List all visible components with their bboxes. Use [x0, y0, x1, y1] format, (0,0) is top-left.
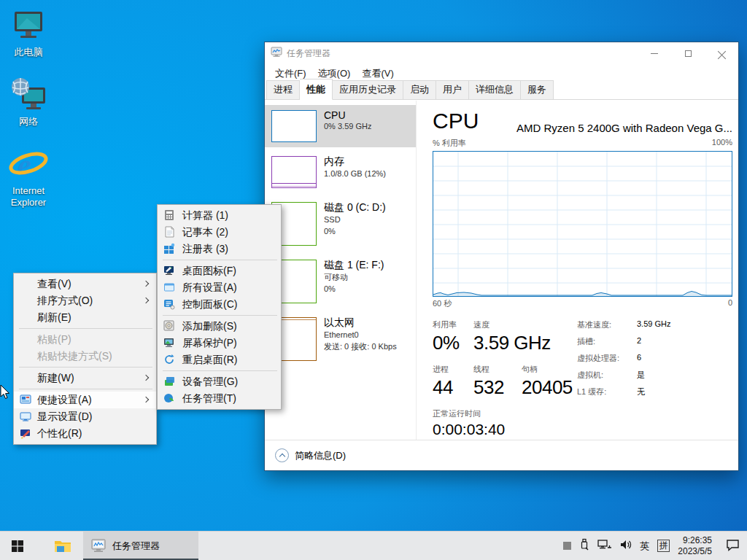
- submenu-all-settings[interactable]: 所有设置(A): [158, 279, 281, 296]
- submenu-desktop-icons[interactable]: 桌面图标(F): [158, 262, 281, 279]
- desktop-icon-internet-explorer[interactable]: e Internet Explorer: [0, 144, 57, 209]
- speed-value: 3.59 GHz: [473, 332, 551, 354]
- menu-separator: [19, 389, 152, 389]
- file-explorer-button[interactable]: [45, 532, 80, 560]
- tray-time: 9:26:35: [678, 535, 712, 546]
- processes-label: 进程: [433, 364, 473, 375]
- collapse-chevron-icon: [275, 448, 289, 462]
- cpu-pane-title: CPU: [433, 108, 479, 134]
- network-tray-icon[interactable]: [597, 539, 612, 553]
- maximize-icon: [685, 50, 692, 57]
- submenu-calculator[interactable]: 计算器 (1): [158, 207, 281, 224]
- tab-processes[interactable]: 进程: [266, 80, 300, 100]
- taskbar-app-task-manager[interactable]: 任务管理器: [83, 532, 198, 560]
- context-menu-personalize[interactable]: 个性化(R): [14, 425, 156, 442]
- submenu-add-remove[interactable]: 添加删除(S): [158, 318, 281, 335]
- context-menu-new[interactable]: 新建(W): [14, 370, 156, 386]
- context-menu-display-settings[interactable]: 显示设置(D): [14, 408, 156, 425]
- submenu-registry[interactable]: 注册表 (3): [158, 241, 281, 257]
- l1-cache-value: 无: [637, 386, 645, 397]
- sidebar-item-ethernet[interactable]: 以太网 Ethernet0 发送: 0 接收: 0 Kbps: [265, 312, 416, 366]
- calculator-icon: [163, 209, 175, 221]
- close-button[interactable]: [705, 42, 738, 64]
- minimize-icon: [651, 53, 658, 54]
- submenu-task-manager[interactable]: 任务管理(T): [158, 390, 281, 407]
- hidden-icons-button[interactable]: [563, 542, 571, 550]
- menu-separator: [163, 315, 277, 316]
- task-manager-window: 任务管理器 文件(F) 选项(O) 查看(V) 进程 性能 应用历史记录 启动 …: [264, 42, 739, 471]
- performance-sidebar: CPU 0% 3.59 GHz 内存 1.0/8.0 GB (12%) 磁盘 0…: [265, 101, 417, 440]
- cpu-mini-chart: [271, 110, 317, 142]
- device-manager-icon: [163, 376, 175, 387]
- processes-value: 44: [433, 376, 473, 399]
- context-menu-refresh[interactable]: 刷新(E): [14, 309, 156, 326]
- submenu-device-manager[interactable]: 设备管理(G): [158, 373, 281, 390]
- tab-performance[interactable]: 性能: [300, 79, 333, 100]
- utilization-value: 0%: [433, 332, 473, 354]
- sockets-value: 2: [637, 336, 641, 347]
- taskbar-clock[interactable]: 9:26:35 2023/5/5: [678, 535, 712, 557]
- context-menu-sort-by[interactable]: 排序方式(O): [14, 292, 156, 309]
- base-speed-label: 基准速度:: [577, 319, 637, 330]
- context-menu-quick-settings[interactable]: 便捷设置(A): [14, 392, 156, 408]
- desktop-context-menu: 查看(V) 排序方式(O) 刷新(E) 粘贴(P) 粘贴快捷方式(S) 新建(W…: [13, 273, 157, 445]
- sidebar-item-memory[interactable]: 内存 1.0/8.0 GB (12%): [265, 151, 416, 193]
- minimize-button[interactable]: [638, 42, 671, 64]
- utilization-label: 利用率: [433, 319, 473, 330]
- menu-separator: [163, 370, 277, 371]
- this-pc-icon: [0, 6, 57, 47]
- summary-toggle[interactable]: 简略信息(D): [265, 440, 738, 470]
- restart-desktop-icon: [163, 354, 175, 365]
- internet-explorer-icon: e: [0, 144, 57, 185]
- submenu-screensaver[interactable]: 屏幕保护(P): [158, 335, 281, 351]
- action-center-button[interactable]: [726, 539, 740, 553]
- start-button[interactable]: [0, 532, 35, 560]
- desktop-icon-network[interactable]: 网络: [0, 75, 57, 128]
- system-tray: 英 拼 9:26:35 2023/5/5: [563, 532, 747, 560]
- menu-separator: [19, 328, 152, 329]
- submenu-arrow-icon: [143, 281, 149, 287]
- personalize-icon: [20, 427, 31, 439]
- volume-tray-icon[interactable]: [620, 539, 632, 553]
- desktop-icon-this-pc[interactable]: 此电脑: [0, 6, 57, 58]
- threads-value: 532: [473, 376, 522, 399]
- sidebar-item-disk1[interactable]: 磁盘 1 (E: F:) 可移动 0%: [265, 254, 416, 308]
- virtual-machine-value: 是: [637, 370, 645, 381]
- submenu-notepad[interactable]: 记事本 (2): [158, 224, 281, 241]
- submenu-control-panel[interactable]: 控制面板(C): [158, 296, 281, 313]
- windows-logo-icon: [12, 540, 23, 552]
- menu-view[interactable]: 查看(V): [356, 65, 399, 82]
- maximize-button[interactable]: [671, 42, 705, 64]
- tray-date: 2023/5/5: [678, 546, 712, 557]
- desktop-icons-icon: [163, 265, 175, 276]
- ime-mode-indicator[interactable]: 拼: [657, 540, 670, 552]
- mouse-cursor: [0, 384, 11, 403]
- tab-app-history[interactable]: 应用历史记录: [333, 80, 403, 100]
- task-manager-taskbar-icon: [90, 539, 107, 553]
- tab-startup[interactable]: 启动: [403, 80, 436, 100]
- tab-bar: 进程 性能 应用历史记录 启动 用户 详细信息 服务: [265, 82, 738, 100]
- sidebar-item-disk0[interactable]: 磁盘 0 (C: D:) SSD 0%: [265, 197, 416, 251]
- usb-tray-icon[interactable]: [579, 538, 589, 553]
- tab-details[interactable]: 详细信息: [469, 80, 521, 100]
- l1-cache-label: L1 缓存:: [577, 386, 637, 397]
- title-bar[interactable]: 任务管理器: [265, 42, 738, 64]
- cpu-usage-chart[interactable]: [433, 151, 732, 297]
- submenu-restart-desktop[interactable]: 重启桌面(R): [158, 351, 281, 368]
- close-icon: [718, 50, 726, 58]
- virtual-processors-value: 6: [637, 353, 641, 364]
- summary-toggle-label: 简略信息(D): [295, 449, 346, 462]
- context-menu-paste-shortcut: 粘贴快捷方式(S): [14, 348, 156, 365]
- submenu-arrow-icon: [143, 375, 149, 381]
- task-manager-menu-icon: [163, 392, 175, 404]
- display-settings-icon: [20, 411, 31, 422]
- add-remove-icon: [163, 320, 175, 332]
- ime-language-indicator[interactable]: 英: [640, 540, 649, 553]
- context-menu-view[interactable]: 查看(V): [14, 276, 156, 292]
- tab-users[interactable]: 用户: [436, 80, 469, 100]
- sockets-label: 插槽:: [577, 336, 637, 347]
- context-menu-paste: 粘贴(P): [14, 331, 156, 348]
- tab-services[interactable]: 服务: [521, 80, 554, 100]
- sidebar-item-cpu[interactable]: CPU 0% 3.59 GHz: [265, 105, 416, 147]
- virtual-machine-label: 虚拟机:: [577, 370, 637, 381]
